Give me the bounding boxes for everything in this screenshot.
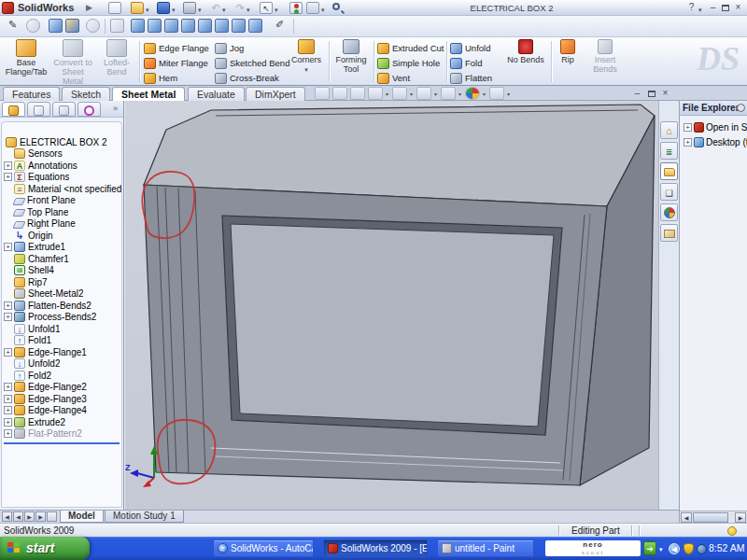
- tree-item-shell4[interactable]: Shell4: [2, 265, 121, 277]
- scroll-left-icon[interactable]: ◀: [681, 512, 692, 523]
- menu-expand-arrow[interactable]: ▶: [86, 3, 92, 12]
- tree-item-origin[interactable]: Origin: [2, 230, 121, 242]
- first-tab-button[interactable]: ◀: [2, 511, 12, 522]
- dimxpert-manager-tab[interactable]: [78, 102, 101, 117]
- cross-break-button[interactable]: Cross-Break: [215, 71, 279, 85]
- tab-overflow-chevron[interactable]: [113, 104, 118, 113]
- view-palette-tab[interactable]: [660, 183, 678, 201]
- tree-item-edge-flange1[interactable]: Edge-Flange1: [2, 346, 121, 358]
- search-icon[interactable]: [332, 3, 340, 10]
- nero-go-button[interactable]: ➜: [643, 541, 656, 555]
- start-button[interactable]: start: [0, 537, 90, 560]
- tab-model[interactable]: Model: [60, 511, 104, 523]
- nero-search-box[interactable]: nero scout: [545, 540, 641, 556]
- appearances-tab[interactable]: [660, 203, 678, 221]
- base-flange-button[interactable]: Base Flange/Tab: [4, 39, 49, 77]
- sketched-bend-button[interactable]: Sketched Bend: [215, 56, 289, 70]
- expand-icon[interactable]: [4, 301, 12, 310]
- tree-item-edge-flange4[interactable]: Edge-Flange4: [2, 405, 121, 417]
- next-tab-button[interactable]: ▶: [24, 511, 35, 522]
- fold-button[interactable]: Fold: [450, 56, 482, 70]
- expand-icon[interactable]: [4, 173, 12, 181]
- tree-item-chamfer1[interactable]: Chamfer1: [2, 253, 121, 265]
- tab-sketch[interactable]: Sketch: [62, 87, 110, 101]
- save-caret[interactable]: ▾: [172, 7, 176, 14]
- expand-icon[interactable]: [4, 406, 12, 414]
- view-bottom-icon[interactable]: [215, 19, 229, 33]
- expand-icon[interactable]: [4, 348, 12, 357]
- select-caret[interactable]: ▾: [275, 7, 278, 14]
- expand-icon[interactable]: [4, 429, 12, 438]
- new-document-icon[interactable]: [108, 2, 121, 14]
- view-orientation-icon[interactable]: [392, 87, 407, 100]
- view-left-icon[interactable]: [164, 19, 178, 33]
- tab-evaluate[interactable]: Evaluate: [188, 87, 245, 101]
- open-caret[interactable]: ▾: [146, 7, 149, 14]
- rollback-bar[interactable]: [4, 442, 120, 444]
- tab-dimxpert[interactable]: DimXpert: [246, 87, 305, 101]
- select-cursor-icon[interactable]: ↖: [260, 2, 273, 14]
- flatten-button[interactable]: Flatten: [450, 71, 492, 85]
- hide-icons-chevron[interactable]: ◀: [669, 543, 680, 554]
- file-explorer-tab[interactable]: [660, 162, 678, 180]
- view-isometric-icon[interactable]: [232, 19, 246, 33]
- scroll-right-icon[interactable]: ▶: [735, 512, 746, 523]
- tree-item-process-bends2[interactable]: Process-Bends2: [2, 312, 121, 324]
- scroll-thumb[interactable]: [693, 512, 728, 523]
- reference-axis-icon[interactable]: [110, 19, 124, 33]
- property-manager-tab[interactable]: [27, 102, 50, 117]
- tree-item-flat-pattern2[interactable]: Flat-Pattern2: [2, 428, 121, 441]
- appearance-cube-icon[interactable]: [65, 19, 79, 33]
- tree-item-top-plane[interactable]: Top Plane: [2, 206, 121, 218]
- jog-button[interactable]: Jog: [215, 41, 244, 55]
- minimize-button[interactable]: [707, 2, 719, 14]
- display-style-icon[interactable]: [416, 87, 431, 100]
- tab-motion-study-1[interactable]: Motion Study 1: [105, 511, 184, 523]
- document-minimize-button[interactable]: –: [631, 88, 643, 99]
- previous-view-icon[interactable]: [350, 87, 365, 100]
- edge-flange-button[interactable]: Edge Flange: [144, 41, 209, 55]
- expand-icon[interactable]: [4, 161, 12, 170]
- horizontal-scrollbar[interactable]: ◀ ▶: [680, 511, 747, 523]
- expand-icon[interactable]: [684, 138, 692, 147]
- tab-features[interactable]: Features: [3, 87, 60, 101]
- view-front-icon[interactable]: [131, 19, 145, 33]
- tree-item-fold2[interactable]: Fold2: [2, 370, 121, 382]
- appearances-icon[interactable]: [465, 87, 480, 100]
- tab-splitter[interactable]: [47, 511, 57, 522]
- tree-item-extrude1[interactable]: Extrude1: [2, 242, 121, 254]
- scene-icon[interactable]: [489, 87, 504, 100]
- tree-item-material[interactable]: Material <not specified>: [2, 183, 121, 195]
- tab-sheet-metal[interactable]: Sheet Metal: [112, 87, 185, 101]
- tree-item-fold1[interactable]: Fold1: [2, 335, 121, 347]
- expand-icon[interactable]: [4, 243, 12, 251]
- view-back-icon[interactable]: [148, 19, 162, 33]
- expand-icon[interactable]: [4, 395, 12, 403]
- tree-item-edge-flange3[interactable]: Edge-Flange3: [2, 393, 121, 405]
- extruded-cut-button[interactable]: Extruded Cut: [377, 41, 444, 55]
- tree-item-rip7[interactable]: Rip7: [2, 276, 121, 288]
- options-traffic-light-icon[interactable]: [289, 2, 303, 14]
- tree-item-extrude2[interactable]: Extrude2: [2, 416, 121, 428]
- help-button[interactable]: ?: [685, 2, 698, 14]
- tree-item-equations[interactable]: Equations: [2, 172, 121, 184]
- help-caret[interactable]: ▾: [698, 7, 702, 14]
- nero-options-caret[interactable]: ▾: [659, 546, 663, 553]
- feature-manager-tab[interactable]: [2, 102, 25, 117]
- expand-icon[interactable]: [684, 123, 692, 132]
- taskbar-item-internet-explorer[interactable]: e SolidWorks - AutoCA...: [213, 539, 314, 557]
- pin-icon[interactable]: [737, 104, 745, 112]
- save-icon[interactable]: [157, 2, 170, 14]
- tree-item-unfold2[interactable]: Unfold2: [2, 358, 121, 371]
- zoom-area-icon[interactable]: [332, 87, 347, 100]
- view-right-icon[interactable]: [181, 19, 195, 33]
- model-3d-view[interactable]: Z: [125, 101, 658, 510]
- taskbar-clock[interactable]: 8:52 AM: [709, 542, 745, 553]
- taskbar-item-solidworks[interactable]: SolidWorks 2009 - [EL...: [323, 539, 428, 557]
- tree-item-sheet-metal2[interactable]: Sheet-Metal2: [2, 288, 121, 301]
- explorer-item-open-in-solidworks[interactable]: Open in Soli: [682, 121, 747, 133]
- tree-item-flatten-bends2[interactable]: Flatten-Bends2: [2, 300, 121, 312]
- zoom-fit-icon[interactable]: [315, 87, 330, 100]
- forming-tool-button[interactable]: Forming Tool: [332, 39, 370, 74]
- graphics-viewport[interactable]: Z: [125, 101, 658, 510]
